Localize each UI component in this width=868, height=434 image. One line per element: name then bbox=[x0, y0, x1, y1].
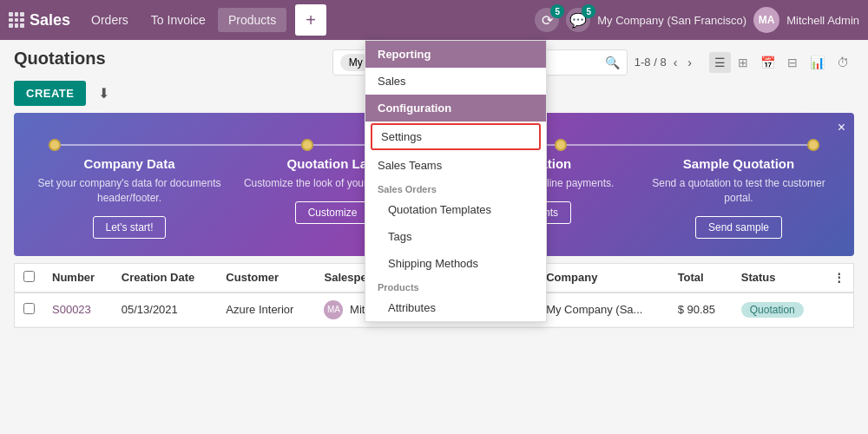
banner-step-1-desc: Set your company's data for documents he… bbox=[36, 176, 222, 206]
nav-orders[interactable]: Orders bbox=[81, 8, 139, 32]
th-creation-date[interactable]: Creation Date bbox=[113, 264, 218, 293]
brand-title[interactable]: Sales bbox=[30, 11, 70, 30]
step-connector-3 bbox=[567, 144, 807, 146]
pagination: 1-8 / 8 ‹ › bbox=[635, 54, 695, 71]
activity-count: 5 bbox=[550, 4, 564, 18]
step-dot-1 bbox=[49, 139, 61, 151]
dropdown-attributes[interactable]: Attributes bbox=[365, 294, 546, 321]
banner-step-1: Company Data Set your company's data for… bbox=[28, 156, 231, 239]
create-button[interactable]: CREATE bbox=[14, 81, 86, 106]
banner-close-button[interactable]: × bbox=[838, 120, 845, 135]
search-icon[interactable]: 🔍 bbox=[605, 56, 620, 69]
banner-step-4-btn[interactable]: Send sample bbox=[695, 216, 782, 239]
cell-customer: Azure Interior bbox=[217, 293, 315, 327]
view-icons: ☰ ⊞ 📅 ⊟ 📊 ⏱ bbox=[709, 52, 854, 73]
nav-plus-button[interactable]: + bbox=[295, 4, 326, 36]
dropdown-quotation-templates[interactable]: Quotation Templates bbox=[365, 196, 546, 223]
company-name[interactable]: My Company (San Francisco) bbox=[597, 14, 746, 27]
view-kanban[interactable]: ⊞ bbox=[733, 52, 753, 73]
dropdown-sales-teams[interactable]: Sales Teams bbox=[365, 152, 546, 179]
banner-step-2-btn[interactable]: Customize bbox=[295, 201, 371, 224]
download-button[interactable]: ⬇ bbox=[93, 82, 115, 105]
banner-step-4: Sample Quotation Send a quotation to tes… bbox=[637, 156, 840, 239]
th-total[interactable]: Total bbox=[669, 264, 733, 293]
th-number[interactable]: Number bbox=[43, 264, 113, 293]
page-title: Quotations bbox=[14, 49, 106, 69]
salesperson-avatar: MA bbox=[324, 300, 343, 319]
navbar-right: ⟳ 5 💬 5 My Company (San Francisco) MA Mi… bbox=[535, 7, 859, 33]
dropdown-products-header: Products bbox=[365, 277, 546, 294]
banner-step-1-btn[interactable]: Let's start! bbox=[93, 216, 167, 239]
row-checkbox[interactable] bbox=[23, 303, 35, 314]
step-dot-3 bbox=[555, 139, 567, 151]
th-status[interactable]: Status bbox=[733, 264, 825, 293]
dropdown-shipping-methods[interactable]: Shipping Methods bbox=[365, 250, 546, 277]
view-calendar[interactable]: 📅 bbox=[755, 52, 780, 73]
nav-to-invoice[interactable]: To Invoice bbox=[141, 8, 216, 32]
navbar: Sales Orders To Invoice Products + ⟳ 5 💬… bbox=[0, 0, 868, 40]
dropdown-reporting-header: Reporting bbox=[365, 41, 546, 68]
view-list[interactable]: ☰ bbox=[709, 52, 731, 73]
nav-menu: Orders To Invoice Products bbox=[81, 8, 286, 32]
dropdown-sales[interactable]: Sales bbox=[365, 68, 546, 95]
status-badge: Quotation bbox=[741, 302, 804, 318]
pagination-prev[interactable]: ‹ bbox=[670, 54, 681, 71]
dropdown-configuration-header: Configuration bbox=[365, 95, 546, 122]
message-count: 5 bbox=[582, 4, 595, 18]
activity-icon-badge[interactable]: ⟳ 5 bbox=[535, 8, 559, 32]
nav-products[interactable]: Products bbox=[218, 8, 286, 32]
pagination-next[interactable]: › bbox=[684, 54, 695, 71]
dropdown-tags[interactable]: Tags bbox=[365, 223, 546, 250]
banner-step-4-title: Sample Quotation bbox=[646, 156, 832, 171]
pagination-text: 1-8 / 8 bbox=[635, 56, 667, 69]
dropdown-sales-orders-header: Sales Orders bbox=[365, 179, 546, 196]
step-connector-1 bbox=[61, 144, 301, 146]
user-avatar[interactable]: MA bbox=[753, 7, 779, 33]
cell-number[interactable]: S00023 bbox=[43, 293, 113, 327]
view-chart[interactable]: 📊 bbox=[805, 52, 830, 73]
dropdown-menu: Reporting Sales Configuration Settings S… bbox=[365, 40, 547, 322]
th-customer[interactable]: Customer bbox=[217, 264, 315, 293]
select-all-checkbox[interactable] bbox=[23, 271, 35, 282]
row-checkbox-cell bbox=[15, 293, 43, 327]
view-grid[interactable]: ⊟ bbox=[782, 52, 803, 73]
cell-total: $ 90.85 bbox=[669, 293, 733, 327]
cell-company: My Company (Sa... bbox=[537, 293, 668, 327]
banner-step-4-desc: Send a quotation to test the customer po… bbox=[646, 176, 832, 206]
cell-creation-date: 05/13/2021 bbox=[113, 293, 218, 327]
step-dot-4 bbox=[807, 139, 819, 151]
cell-row-options[interactable] bbox=[825, 293, 853, 327]
banner-step-1-title: Company Data bbox=[36, 156, 222, 171]
cell-status: Quotation bbox=[733, 293, 825, 327]
th-select-all bbox=[15, 264, 43, 293]
th-options[interactable]: ⋮ bbox=[825, 264, 853, 293]
step-dot-2 bbox=[301, 139, 313, 151]
apps-icon[interactable] bbox=[9, 12, 24, 28]
dropdown-settings[interactable]: Settings bbox=[371, 123, 541, 150]
th-company[interactable]: Company bbox=[537, 264, 668, 293]
view-clock[interactable]: ⏱ bbox=[832, 52, 854, 73]
message-icon-badge[interactable]: 💬 5 bbox=[566, 8, 590, 32]
user-name[interactable]: Mitchell Admin bbox=[786, 14, 859, 27]
